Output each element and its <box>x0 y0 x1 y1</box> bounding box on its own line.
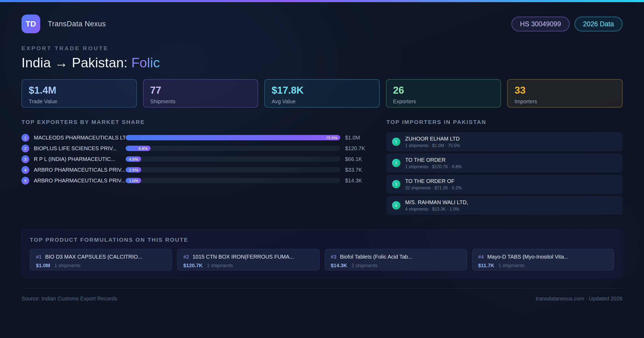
exporter-value: $1.0M <box>345 135 360 141</box>
app-logo: TD <box>21 14 40 33</box>
rank-badge: 4 <box>392 201 400 210</box>
exporter-name: ARBRO PHARMACEUTICALS PRIV... <box>34 167 126 173</box>
market-share-bar-track: 2.5% <box>126 167 340 172</box>
exporter-row: 3 R P L (INDIA) PHARMACEUTIC... 4.8% $66… <box>21 154 369 164</box>
exporter-name: ARBRO PHARMACEUTICALS PRIV... <box>34 178 126 184</box>
rank-badge: 5 <box>21 177 29 185</box>
exporter-row: 2 BIOPLUS LIFE SCIENCES PRIV... 8.8% $12… <box>21 143 369 154</box>
importer-meta: 4 shipments · $13.3K · 1.0% <box>405 207 468 212</box>
product-name: Biofol Tablets (Folic Acid Tab... <box>340 254 413 260</box>
product-value: $120.7K <box>183 263 203 269</box>
share-percent-label: 4.8% <box>129 157 138 161</box>
share-percent-label: 1.0% <box>129 178 138 183</box>
exporters-section: TOP EXPORTERS BY MARKET SHARE 1 MACLEODS… <box>21 119 369 217</box>
importer-name: ZUHOOR ELHAM LTD <box>405 136 460 142</box>
exporter-value: $120.7K <box>345 145 365 152</box>
exporter-row: 4 ARBRO PHARMACEUTICALS PRIV... 2.5% $33… <box>21 164 369 175</box>
products-heading: TOP PRODUCT FORMULATIONS ON THIS ROUTE <box>30 237 614 243</box>
importer-meta: 32 shipments · $71.2K · 5.2% <box>405 186 462 190</box>
top-accent-bar <box>0 0 644 2</box>
importer-card: 4 M/S. RAHMAN WALI LTD, 4 shipments · $1… <box>386 196 623 215</box>
importer-card: 3 TO THE ORDER OF 32 shipments · $71.2K … <box>386 175 623 194</box>
stat-value: $1.4M <box>29 85 130 96</box>
product-shipments: 2 shipments <box>352 263 378 269</box>
product-card: #4 Mayo-D TABS (Myo-Inositol Vita... $11… <box>472 249 614 270</box>
share-percent-label: 75.5% <box>326 135 337 140</box>
product-rank: #2 <box>183 254 189 260</box>
page-title-main: India → Pakistan: <box>21 55 131 70</box>
exporter-value: $14.3K <box>345 178 362 184</box>
stat-card-exporters: 26 Exporters <box>386 79 501 108</box>
exporter-row: 5 ARBRO PHARMACEUTICALS PRIV... 1.0% $14… <box>21 175 369 186</box>
rank-badge: 1 <box>392 138 400 146</box>
product-card: #1 BIO D3 MAX CAPSULES (CALCITRIO... $1.… <box>30 249 172 270</box>
stat-label: Trade Value <box>29 98 130 105</box>
market-share-bar-track: 75.5% <box>126 135 340 140</box>
market-share-bar: 1.0% <box>126 178 141 183</box>
product-shipments: 1 shipments <box>54 263 80 269</box>
route-eyebrow: EXPORT TRADE ROUTE <box>21 45 623 52</box>
hs-code-badge[interactable]: HS 30049099 <box>511 17 570 31</box>
stat-card-row: $1.4M Trade Value 77 Shipments $17.8K Av… <box>21 79 623 108</box>
app-header: TD TransData Nexus HS 30049099 2026 Data <box>21 14 623 33</box>
stat-card-importers: 33 Importers <box>507 79 623 108</box>
product-card: #2 1015 CTN BOX IRON(FERROUS FUMA... $12… <box>177 249 319 270</box>
rank-badge: 2 <box>21 145 29 152</box>
product-shipments: 1 shipments <box>207 263 233 269</box>
product-value: $14.3K <box>331 263 347 269</box>
page-title-accent: Folic <box>131 55 160 70</box>
source-note: Source: Indian Customs Export Records <box>21 296 117 302</box>
product-rank: #4 <box>478 254 484 260</box>
product-value: $11.7K <box>478 263 494 269</box>
exporter-name: R P L (INDIA) PHARMACEUTIC... <box>34 156 126 162</box>
rank-badge: 1 <box>21 134 29 142</box>
product-name: 1015 CTN BOX IRON(FERROUS FUMA... <box>192 254 294 260</box>
market-share-bar-track: 8.8% <box>126 146 340 151</box>
market-share-bar: 8.8% <box>126 146 151 151</box>
share-percent-label: 2.5% <box>129 168 138 172</box>
app-name: TransData Nexus <box>48 20 106 28</box>
page-title: India → Pakistan: Folic <box>21 55 623 71</box>
market-share-bar-track: 1.0% <box>126 178 340 183</box>
stat-value: $17.8K <box>272 85 372 96</box>
importers-heading: TOP IMPORTERS IN PAKISTAN <box>386 119 623 125</box>
data-year-badge[interactable]: 2026 Data <box>575 17 623 31</box>
product-shipments: 1 shipments <box>499 263 525 269</box>
products-panel: TOP PRODUCT FORMULATIONS ON THIS ROUTE #… <box>21 229 623 278</box>
product-name: BIO D3 MAX CAPSULES (CALCITRIO... <box>45 254 142 260</box>
page-footer: Source: Indian Customs Export Records tr… <box>21 288 623 302</box>
product-rank: #3 <box>331 254 336 260</box>
stat-value: 77 <box>150 85 251 96</box>
stat-value: 33 <box>514 85 615 96</box>
exporter-row: 1 MACLEODS PHARMACEUTICALS LTD 75.5% $1.… <box>21 132 369 143</box>
importers-section: TOP IMPORTERS IN PAKISTAN 1 ZUHOOR ELHAM… <box>386 119 623 217</box>
exporters-heading: TOP EXPORTERS BY MARKET SHARE <box>21 119 369 125</box>
stat-value: 26 <box>393 85 494 96</box>
importer-name: M/S. RAHMAN WALI LTD, <box>405 199 468 205</box>
market-share-bar-track: 4.8% <box>126 156 340 162</box>
site-note[interactable]: transdatanexus.com · Updated 2026 <box>536 296 623 302</box>
stat-label: Shipments <box>150 98 251 105</box>
stat-label: Exporters <box>393 98 494 105</box>
market-share-bar: 4.8% <box>126 156 141 162</box>
rank-badge: 3 <box>392 180 400 188</box>
rank-badge: 4 <box>21 166 29 174</box>
importer-name: TO THE ORDER <box>405 157 462 163</box>
rank-badge: 3 <box>21 155 29 163</box>
product-value: $1.0M <box>36 263 50 269</box>
importer-name: TO THE ORDER OF <box>405 178 462 184</box>
share-percent-label: 8.8% <box>138 146 148 151</box>
rank-badge: 2 <box>392 159 400 167</box>
importer-card: 2 TO THE ORDER 1 shipments · $120.7K · 8… <box>386 153 623 172</box>
stat-label: Importers <box>514 98 615 105</box>
market-share-bar: 75.5% <box>126 135 340 140</box>
stat-label: Avg Value <box>272 98 372 105</box>
market-share-bar: 2.5% <box>126 167 141 172</box>
exporter-name: MACLEODS PHARMACEUTICALS LTD <box>34 135 126 141</box>
exporter-name: BIOPLUS LIFE SCIENCES PRIV... <box>34 145 126 152</box>
importer-meta: 1 shipments · $120.7K · 8.8% <box>405 164 462 169</box>
exporter-value: $33.7K <box>345 167 362 173</box>
stat-card-shipments: 77 Shipments <box>143 79 258 108</box>
importer-meta: 1 shipments · $1.0M · 75.5% <box>405 143 460 148</box>
importer-card: 1 ZUHOOR ELHAM LTD 1 shipments · $1.0M ·… <box>386 132 623 151</box>
